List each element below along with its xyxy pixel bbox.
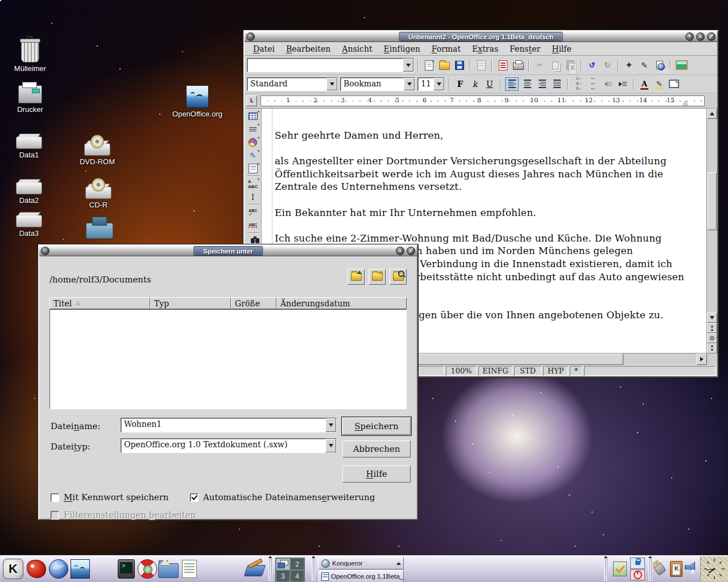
pager-desktop-4[interactable]: 4 xyxy=(290,570,304,582)
k-menu-button[interactable]: K xyxy=(2,558,24,580)
save-button[interactable]: Speichern xyxy=(342,418,411,435)
klipper-tray[interactable] xyxy=(670,561,682,577)
desktop-icon-trash[interactable]: Mülleimer xyxy=(6,41,55,73)
highlighting-button[interactable]: ✎ xyxy=(653,78,665,90)
dropdown-arrow-icon[interactable] xyxy=(404,78,415,90)
column-size[interactable]: Größe xyxy=(231,297,276,309)
dropdown-arrow-icon[interactable] xyxy=(325,418,336,432)
decrease-indent-button[interactable] xyxy=(602,78,614,90)
panel-clock[interactable] xyxy=(700,556,728,581)
help-center-launcher[interactable] xyxy=(136,558,158,580)
column-modified[interactable]: Änderungsdatum xyxy=(276,297,407,309)
align-right-button[interactable] xyxy=(536,78,548,90)
hyperlink-mode-cell[interactable]: HYP xyxy=(543,366,568,376)
bold-button[interactable]: F xyxy=(454,78,466,90)
open-document-icon[interactable] xyxy=(437,59,451,72)
menu-bearbeiten[interactable]: Bearbeiten xyxy=(281,43,336,55)
dropdown-arrow-icon[interactable] xyxy=(433,78,444,90)
logout-button[interactable] xyxy=(630,569,645,581)
align-left-button[interactable] xyxy=(505,77,519,91)
maximize-button[interactable]: ▴ xyxy=(696,32,705,41)
save-document-icon[interactable] xyxy=(453,59,466,72)
navigation-button[interactable] xyxy=(707,333,717,343)
tray-handle[interactable] xyxy=(648,557,652,581)
window-menu-button[interactable]: − xyxy=(246,32,255,41)
increase-indent-button[interactable] xyxy=(617,78,629,90)
pager-desktop-1[interactable] xyxy=(276,558,290,570)
dialog-close-button[interactable] xyxy=(407,247,415,255)
volume-tray[interactable] xyxy=(685,562,695,573)
selection-mode-cell[interactable]: STD xyxy=(514,366,541,376)
horizontal-ruler[interactable]: 1 2 3 4 5 6 7 8 9 10 11 12 13 14 15 xyxy=(260,95,705,106)
power-plug-tray[interactable] xyxy=(655,563,664,573)
cancel-button[interactable]: Abbrechen xyxy=(342,440,411,458)
pager-desktop-3[interactable]: 3 xyxy=(276,570,290,582)
align-center-button[interactable] xyxy=(521,78,533,90)
bullet-list-button[interactable]: •—•—•— xyxy=(587,78,599,90)
stylist-icon[interactable]: ✎ xyxy=(638,59,651,72)
new-document-icon[interactable] xyxy=(422,59,436,72)
menu-hilfe[interactable]: Hilfe xyxy=(547,43,577,55)
right-margin-marker[interactable] xyxy=(682,101,688,106)
background-color-button[interactable] xyxy=(668,78,680,90)
autotext-icon[interactable]: AABC xyxy=(246,178,260,190)
menu-format[interactable]: Format xyxy=(427,43,466,55)
up-one-level-button[interactable] xyxy=(348,269,365,285)
tray-handle[interactable] xyxy=(604,557,608,581)
minimize-button[interactable]: ▾ xyxy=(685,32,694,41)
filetype-combobox[interactable]: OpenOffice.org 1.0 Textdokument (.sxw) xyxy=(121,438,337,453)
help-button[interactable]: Hilfe xyxy=(342,465,411,483)
file-list[interactable] xyxy=(49,309,407,409)
menu-ansicht[interactable]: Ansicht xyxy=(337,43,377,55)
previous-page-button[interactable]: ▲▲ xyxy=(707,323,717,333)
tab-type-button[interactable]: L xyxy=(246,95,257,106)
panel-handle[interactable] xyxy=(312,557,316,581)
insert-fields-icon[interactable] xyxy=(246,123,260,135)
filename-combobox[interactable]: Wohnen1 xyxy=(121,418,337,433)
task-openoffice[interactable]: OpenOffice.org 1.1Beta_deut xyxy=(318,570,404,582)
draw-functions-icon[interactable]: ✎ xyxy=(246,149,260,161)
autospellcheck-icon[interactable]: ABC xyxy=(246,219,260,231)
desktop-icon-openoffice[interactable]: OpenOffice.org xyxy=(173,85,222,118)
text-editor-launcher[interactable] xyxy=(179,558,200,580)
lock-screen-button[interactable] xyxy=(630,558,645,569)
copy-icon[interactable] xyxy=(548,59,562,72)
dropdown-arrow-icon[interactable] xyxy=(325,439,336,452)
zoom-status-cell[interactable]: 100% xyxy=(446,366,477,376)
dialog-menu-button[interactable]: − xyxy=(41,247,49,255)
desktop-icon-data3[interactable]: Data3 xyxy=(5,215,53,238)
next-page-button[interactable]: ▼▼ xyxy=(707,343,717,354)
font-name-combobox[interactable]: Bookman xyxy=(340,77,415,91)
scroll-right-button[interactable] xyxy=(697,354,707,365)
vscroll-thumb[interactable] xyxy=(708,172,717,230)
panel-handle[interactable] xyxy=(268,557,272,581)
cut-icon[interactable]: ✂ xyxy=(533,59,547,72)
desktop-icon-dvdrom[interactable]: DVD-ROM xyxy=(73,143,122,166)
form-functions-icon[interactable] xyxy=(246,163,260,174)
default-directory-button[interactable] xyxy=(390,269,407,285)
insert-object-icon[interactable] xyxy=(246,136,260,148)
task-konqueror[interactable]: Konqueror xyxy=(318,557,404,569)
suse-watcher-tray[interactable] xyxy=(613,562,627,576)
pager-desktop-2[interactable]: 2 xyxy=(290,558,304,570)
insert-cursor-icon[interactable]: I xyxy=(246,191,260,203)
auto-extension-checkbox[interactable]: Automatische Dateinamenserweiterung xyxy=(190,492,375,502)
insert-table-icon[interactable] xyxy=(246,110,260,122)
checkbox-icon[interactable] xyxy=(51,493,59,502)
dialog-titlebar[interactable]: − Speichern unter ▴ xyxy=(39,246,417,256)
scroll-down-button[interactable] xyxy=(707,313,717,323)
desktop-tool-launcher[interactable] xyxy=(243,558,265,580)
password-checkbox[interactable]: Mit Kennwort speichern xyxy=(51,492,169,502)
dropdown-arrow-icon[interactable] xyxy=(326,78,337,90)
url-combobox[interactable] xyxy=(247,58,414,72)
home-folder-launcher[interactable] xyxy=(158,558,179,580)
create-new-directory-button[interactable]: ✳ xyxy=(369,269,386,285)
spellcheck-icon[interactable]: ABC✓ xyxy=(246,206,260,218)
vertical-scrollbar[interactable]: ▲▲ ▼▼ xyxy=(706,109,717,354)
checkbox-checked-icon[interactable] xyxy=(190,493,198,502)
print-file-icon[interactable] xyxy=(511,59,525,72)
desktop-icon-data1[interactable]: Data1 xyxy=(5,136,53,159)
web-browser-launcher[interactable] xyxy=(48,558,69,580)
redo-icon[interactable]: ↻ xyxy=(601,59,614,72)
font-color-button[interactable]: A xyxy=(638,78,651,90)
